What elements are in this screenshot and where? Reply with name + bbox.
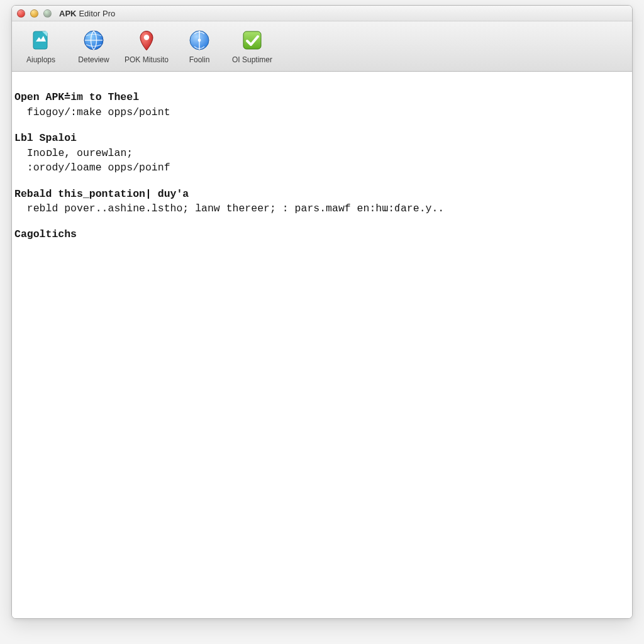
content-area[interactable]: Open APK≐im to Theel fiogoy/:make opps/p… <box>12 72 632 618</box>
section-line: Inoᴅle, ourewlan; <box>14 147 133 159</box>
toolbar: Aiuplops Deteview <box>12 21 632 72</box>
svg-point-7 <box>198 38 201 42</box>
toolbar-deteview-button[interactable]: Deteview <box>67 21 120 71</box>
toolbar-label: Aiuplops <box>26 55 55 64</box>
toolbar-label: OI Suptimer <box>232 55 272 64</box>
section-header: Lbl Spaloi <box>14 132 77 144</box>
section-cagoltichs: Cagoltichs <box>14 227 630 242</box>
section-rebald: Rebald this_pontation| duy'a rebld pover… <box>14 187 630 216</box>
zoom-window-button[interactable] <box>43 9 52 18</box>
toolbar-label: POK Mitusito <box>125 55 169 64</box>
section-line: :orody/loame opps/poinf <box>14 162 170 174</box>
titlebar: APK Editor Pro <box>12 6 632 21</box>
toolbar-oi-suptimer-button[interactable]: OI Suptimer <box>226 21 279 71</box>
section-open-apk: Open APK≐im to Theel fiogoy/:make opps/p… <box>14 90 630 119</box>
pin-red-icon <box>135 29 158 52</box>
window-title-bold: APK <box>59 9 76 18</box>
check-green-icon <box>241 29 264 52</box>
window-title: APK Editor Pro <box>59 9 115 18</box>
toolbar-label: Deteview <box>78 55 109 64</box>
section-header: Open APK≐im to Theel <box>14 91 139 103</box>
section-header: Rebald this_pontation| duy'a <box>14 188 189 200</box>
app-window: APK Editor Pro Aiuplops <box>11 5 633 619</box>
close-window-button[interactable] <box>17 9 25 18</box>
toolbar-aiuplops-button[interactable]: Aiuplops <box>14 21 67 71</box>
toolbar-label: Foolin <box>189 55 210 64</box>
window-title-rest: Editor Pro <box>79 9 115 18</box>
svg-point-4 <box>144 35 149 40</box>
toolbar-pok-mitusito-button[interactable]: POK Mitusito <box>120 21 173 71</box>
section-line: rebld pover..ashine.lstho; lanw thereer;… <box>14 203 444 214</box>
window-controls <box>17 9 52 18</box>
toolbar-foolin-button[interactable]: Foolin <box>173 21 226 71</box>
globe-blue-icon <box>82 29 105 52</box>
section-header: Cagoltichs <box>14 228 77 240</box>
minimize-window-button[interactable] <box>30 9 38 18</box>
svg-rect-8 <box>243 31 261 49</box>
section-line: fiogoy/:make opps/point <box>14 106 170 118</box>
file-teal-icon <box>30 29 52 52</box>
disc-blue-icon <box>188 29 211 52</box>
section-lbl-spaloi: Lbl Spaloi Inoᴅle, ourewlan; :orody/loam… <box>14 131 630 175</box>
